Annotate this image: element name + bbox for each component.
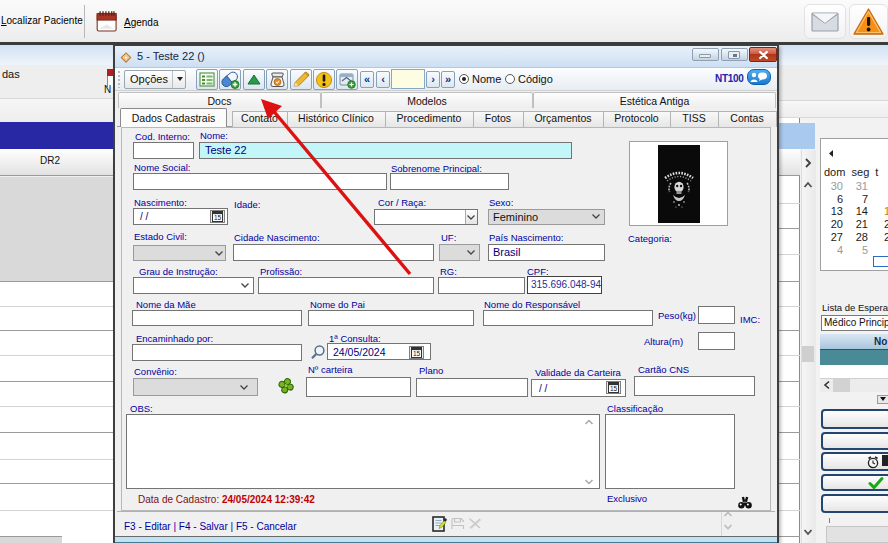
svg-text:15: 15 bbox=[413, 350, 421, 357]
svg-text:15: 15 bbox=[610, 385, 618, 392]
svg-text:15: 15 bbox=[214, 214, 222, 221]
